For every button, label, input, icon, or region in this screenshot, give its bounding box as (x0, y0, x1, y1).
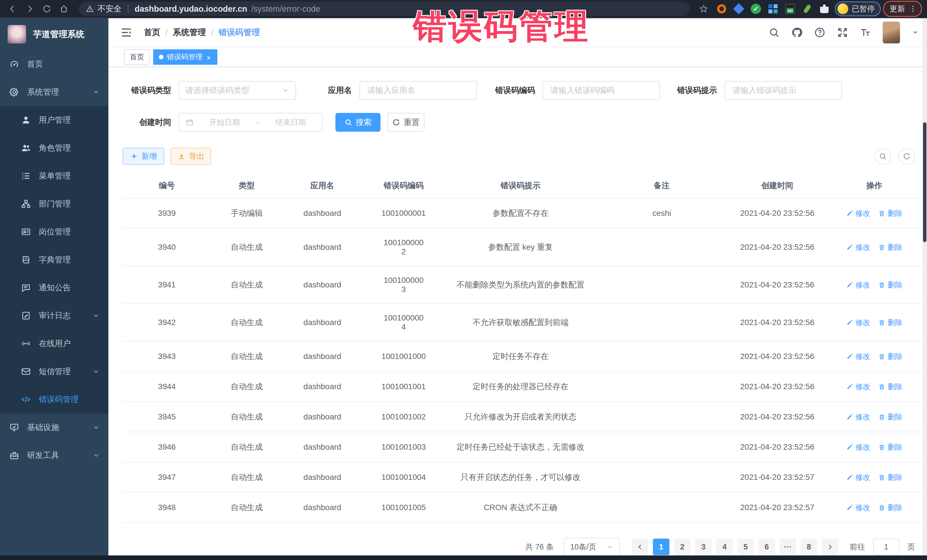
browser-update-button[interactable]: 更新 (883, 1, 922, 17)
edit-row-button[interactable]: 修改 (846, 412, 870, 422)
edit-row-button[interactable]: 修改 (846, 352, 870, 361)
ext-green-badge[interactable]: ✓ (751, 3, 761, 14)
avatar-caret-icon[interactable] (912, 29, 919, 36)
sidebar-item-审计日志[interactable]: 审计日志 (0, 302, 108, 329)
reset-button[interactable]: 重置 (388, 113, 424, 132)
address-bar[interactable]: 不安全 dashboard.yudao.iocoder.cn /system/e… (79, 2, 690, 16)
error-hint-input[interactable] (725, 81, 842, 100)
edit-row-button[interactable]: 修改 (846, 242, 870, 252)
ext-blue-gem[interactable] (733, 3, 744, 14)
edit-row-button[interactable]: 修改 (846, 472, 870, 483)
edit-row-button[interactable]: 修改 (846, 503, 870, 513)
page-ellipsis[interactable]: ··· (780, 539, 796, 555)
sidebar-item-用户管理[interactable]: 用户管理 (0, 106, 108, 134)
delete-row-button[interactable]: 删除 (878, 242, 903, 252)
sidebar-item-系统管理[interactable]: 系统管理 (0, 78, 108, 106)
user-avatar[interactable] (883, 21, 900, 44)
browser-profile-chip[interactable]: 已暂停 (835, 2, 881, 16)
page-scrollbar[interactable] (922, 18, 927, 556)
sidebar-item-在线用户[interactable]: 在线用户 (0, 329, 108, 358)
delete-row-button[interactable]: 删除 (878, 412, 903, 422)
list-icon (21, 171, 31, 181)
sidebar-item-错误码管理[interactable]: 错误码管理 (0, 385, 108, 413)
ext-orange-ring[interactable] (716, 3, 727, 14)
page-button-5[interactable]: 5 (737, 539, 754, 555)
app-logo-row[interactable]: 芋道管理系统 (0, 18, 108, 50)
refresh-table-button[interactable] (898, 148, 915, 164)
sidebar-item-岗位管理[interactable]: 岗位管理 (0, 218, 108, 246)
delete-row-button[interactable]: 删除 (878, 472, 903, 483)
sidebar-item-角色管理[interactable]: 角色管理 (0, 134, 108, 162)
app-name-input[interactable] (359, 81, 477, 100)
col-ops: 操作 (827, 175, 921, 198)
add-button[interactable]: 新增 (123, 148, 164, 165)
search-button[interactable]: 搜索 (336, 113, 380, 132)
sidebar-item-基础设施[interactable]: 基础设施 (0, 413, 108, 442)
edit-row-button[interactable]: 修改 (846, 208, 870, 219)
cell-code: 1001001003 (362, 432, 445, 462)
goto-page-input[interactable] (873, 539, 899, 555)
breadcrumb-system[interactable]: 系统管理 (173, 27, 206, 38)
page-size-select[interactable]: 10条/页 (564, 538, 620, 556)
delete-row-button[interactable]: 删除 (878, 318, 903, 328)
page-button-2[interactable]: 2 (674, 539, 690, 555)
font-size-icon[interactable] (860, 27, 871, 38)
cell-app: dashboard (283, 341, 362, 372)
cell-type: 自动生成 (211, 266, 283, 304)
ext-puzzle[interactable] (819, 3, 830, 14)
sidebar-item-通知公告[interactable]: 通知公告 (0, 274, 108, 302)
tab-error-code[interactable]: 错误码管理 (153, 49, 217, 65)
delete-row-button[interactable]: 删除 (878, 382, 903, 392)
sidebar-item-label: 岗位管理 (39, 226, 71, 237)
page-button-6[interactable]: 6 (758, 539, 775, 555)
ext-green-tool[interactable] (802, 3, 813, 14)
page-button-8[interactable]: 8 (801, 539, 817, 555)
github-icon[interactable] (791, 27, 802, 38)
page-button-4[interactable]: 4 (716, 539, 733, 555)
help-icon[interactable] (814, 27, 825, 38)
edit-row-button[interactable]: 修改 (846, 442, 870, 452)
back-icon[interactable] (5, 2, 20, 16)
error-code-label: 错误码编码 (495, 85, 535, 96)
delete-row-button[interactable]: 删除 (878, 503, 903, 513)
sidebar-item-字典管理[interactable]: 字典管理 (0, 246, 108, 274)
prev-page-button[interactable] (632, 539, 648, 555)
delete-row-button[interactable]: 删除 (878, 208, 903, 219)
browser-menu-icon[interactable] (909, 3, 917, 14)
error-code-input[interactable] (543, 81, 660, 100)
sidebar-item-研发工具[interactable]: 研发工具 (0, 442, 108, 469)
hamburger-icon[interactable] (120, 27, 132, 38)
reload-icon[interactable] (40, 2, 54, 16)
breadcrumb-home[interactable]: 首页 (144, 27, 160, 38)
date-range-picker[interactable]: 开始日期 - 结束日期 (179, 113, 323, 132)
forward-icon[interactable] (22, 2, 37, 16)
bookmark-star-icon[interactable] (696, 2, 711, 16)
edit-row-button[interactable]: 修改 (846, 280, 870, 290)
edit-row-button[interactable]: 修改 (846, 318, 870, 328)
search-icon[interactable] (768, 27, 780, 38)
ext-on-switch[interactable]: on (785, 3, 795, 14)
app-title: 芋道管理系统 (33, 29, 84, 40)
export-button[interactable]: 导出 (170, 148, 211, 165)
delete-row-button[interactable]: 删除 (878, 352, 903, 361)
error-type-select[interactable]: 请选择错误码类型 (179, 81, 296, 100)
delete-row-button[interactable]: 删除 (878, 442, 903, 452)
close-tab-icon[interactable] (206, 54, 212, 60)
edit-row-button[interactable]: 修改 (846, 382, 870, 392)
page-button-1[interactable]: 1 (653, 539, 669, 555)
delete-row-button[interactable]: 删除 (878, 280, 903, 290)
sidebar-item-部门管理[interactable]: 部门管理 (0, 190, 108, 218)
home-icon[interactable] (56, 2, 71, 16)
sidebar-item-菜单管理[interactable]: 菜单管理 (0, 162, 108, 190)
page-button-3[interactable]: 3 (695, 539, 712, 555)
sidebar-item-短信管理[interactable]: 短信管理 (0, 358, 108, 385)
sidebar-item-首页[interactable]: 首页 (0, 50, 108, 78)
ext-grid[interactable] (767, 3, 778, 14)
next-page-button[interactable] (822, 539, 838, 555)
pencil-icon (846, 210, 853, 217)
show-search-icon-button[interactable] (874, 148, 891, 164)
update-label: 更新 (890, 4, 905, 14)
fullscreen-icon[interactable] (837, 27, 848, 38)
tab-home[interactable]: 首页 (124, 49, 150, 65)
scrollbar-thumb[interactable] (923, 122, 926, 242)
